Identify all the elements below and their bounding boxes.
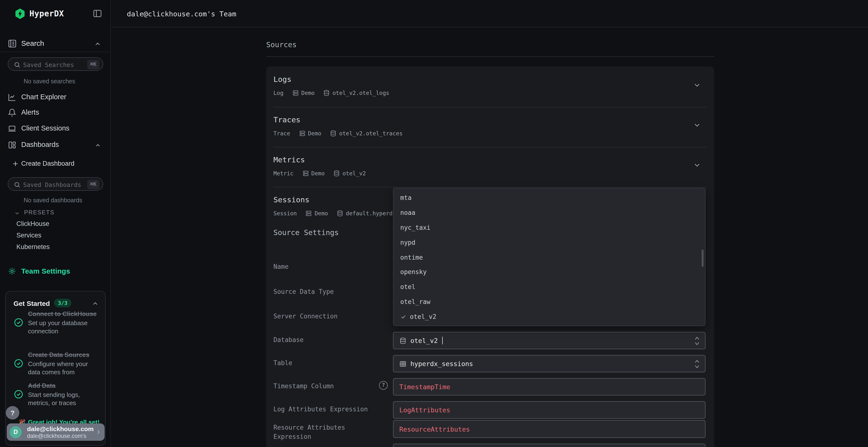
dropdown-option-selected[interactable]: otel_v2 (394, 309, 705, 324)
check-circle-icon (13, 317, 24, 328)
table-select[interactable]: hyperdx_sessions (393, 355, 706, 372)
main-content: Sources Logs Log Demo otel_v2.otel_logs … (111, 28, 868, 447)
chevron-down-icon[interactable] (693, 161, 701, 169)
sidebar-item-label: Dashboards (21, 141, 59, 148)
dropdown-option[interactable]: ontime (394, 250, 705, 265)
dropdown-option[interactable]: mta (394, 190, 705, 205)
check-icon (400, 314, 406, 320)
saved-dashboards-placeholder: Saved Dashboards (23, 181, 81, 188)
preset-kubernetes[interactable]: Kubernetes (17, 243, 50, 250)
label-source-data-type: Source Data Type (273, 287, 375, 296)
create-dashboard-button[interactable]: Create Dashboard (0, 157, 111, 171)
sidebar-item-dashboards[interactable]: Dashboards (0, 138, 111, 152)
team-settings-button[interactable]: Team Settings (0, 264, 111, 278)
chevron-down-icon[interactable] (693, 81, 701, 89)
no-saved-dashboards-text: No saved dashboards (24, 197, 82, 204)
dropdown-option[interactable]: nypd (394, 235, 705, 250)
presets-label: PRESETS (24, 209, 55, 216)
chevron-right-icon (95, 429, 101, 435)
saved-searches-placeholder: Saved Searches (23, 61, 74, 68)
sidebar-item-label: Chart Explorer (21, 93, 66, 101)
get-started-item-connect[interactable]: Connect to ClickHouse Set up your databa… (13, 310, 100, 335)
timestamp-column-input[interactable]: TimestampTime (393, 378, 706, 396)
server-icon (302, 170, 309, 177)
avatar: D (10, 426, 22, 438)
step-desc: Configure where your data comes from (28, 359, 98, 376)
resource-attributes-input[interactable]: ResourceAttributes (393, 420, 706, 438)
sidebar-item-alerts[interactable]: Alerts (0, 105, 111, 120)
source-card-title-sessions: Sessions (273, 196, 309, 204)
log-attributes-input[interactable]: LogAttributes (393, 401, 706, 419)
database-select[interactable]: otel_v2 (393, 332, 706, 349)
sidebar-item-client-sessions[interactable]: Client Sessions (0, 122, 111, 136)
chevron-down-icon[interactable] (693, 122, 701, 129)
connection-name: Demo (311, 170, 324, 177)
get-started-item-sources[interactable]: Create Data Sources Configure where your… (13, 351, 100, 376)
help-circle-icon[interactable]: ? (379, 381, 388, 390)
step-desc: Start sending logs, metrics, or traces (28, 390, 98, 407)
card-divider (273, 107, 707, 107)
dropdown-option[interactable]: nyc_taxi (394, 220, 705, 235)
chevron-up-icon[interactable] (92, 301, 98, 307)
server-icon (299, 130, 306, 137)
chart-icon (8, 93, 17, 102)
step-title: Connect to ClickHouse (28, 310, 98, 319)
step-desc: Set up your database connection (28, 319, 98, 335)
sidebar-collapse-icon[interactable] (93, 9, 102, 18)
dropdown-option[interactable]: otel (394, 280, 705, 295)
laptop-icon (8, 124, 17, 133)
sidebar-divider (0, 51, 111, 52)
label-table: Table (273, 358, 375, 368)
source-type: Log (273, 90, 283, 96)
dropdown-option[interactable]: opensky (394, 265, 705, 280)
team-settings-label: Team Settings (21, 267, 70, 275)
dropdown-option[interactable]: otel_raw (394, 294, 705, 309)
sidebar-item-chart-explorer[interactable]: Chart Explorer (0, 90, 111, 105)
sidebar-item-label: Client Sessions (21, 124, 69, 132)
saved-searches-input[interactable]: Saved Searches ⌘K (8, 57, 103, 71)
label-database: Database (273, 335, 375, 344)
user-email: dale@clickhouse.com (27, 425, 94, 433)
search-section-header[interactable]: Search (0, 37, 111, 51)
source-type: Session (273, 210, 297, 217)
server-icon (306, 210, 312, 217)
database-icon (323, 90, 330, 96)
source-card-meta: Log Demo otel_v2.otel_logs (273, 90, 389, 96)
select-chevrons-icon[interactable] (694, 336, 700, 346)
source-type: Trace (273, 130, 290, 137)
get-started-title: Get Started (13, 300, 50, 307)
source-card-meta: Trace Demo otel_v2.otel_traces (273, 130, 403, 137)
saved-dashboards-input[interactable]: Saved Dashboards ⌘K (8, 177, 103, 191)
shortcut-badge: ⌘K (87, 180, 100, 189)
help-button[interactable]: ? (6, 406, 19, 419)
next-field-input[interactable] (393, 444, 706, 447)
source-card-title-logs: Logs (273, 75, 291, 84)
check-circle-icon (13, 389, 24, 399)
database-value: otel_v2 (410, 337, 438, 344)
chevron-up-icon[interactable] (95, 143, 101, 148)
plus-icon (12, 161, 19, 167)
source-card-title-metrics: Metrics (273, 156, 305, 164)
source-settings-heading: Source Settings (273, 228, 339, 237)
dropdown-scrollbar[interactable] (702, 249, 704, 267)
chevron-up-icon[interactable] (94, 41, 101, 47)
gear-icon (8, 267, 17, 276)
log-attributes-value: LogAttributes (399, 406, 450, 414)
select-chevrons-icon[interactable] (694, 359, 700, 370)
sidebar: HyperDX Search Saved Searches ⌘K No save… (0, 0, 111, 447)
step-title: Add Data (28, 381, 98, 390)
user-card[interactable]: D dale@clickhouse.com dale@clickhouse.co… (7, 423, 105, 441)
preset-clickhouse[interactable]: ClickHouse (17, 220, 50, 227)
source-card-meta: Metric Demo otel_v2 (273, 170, 366, 177)
app-title: HyperDX (29, 9, 64, 18)
label-timestamp-column: Timestamp Column (273, 381, 375, 391)
preset-services[interactable]: Services (17, 232, 41, 239)
resource-attributes-value: ResourceAttributes (399, 425, 470, 433)
dropdown-option[interactable]: noaa (394, 205, 705, 220)
table-name: otel_v2 (343, 170, 366, 177)
table-icon (399, 360, 406, 367)
timestamp-column-value: TimestampTime (399, 383, 450, 391)
database-icon (330, 130, 337, 137)
sources-heading: Sources (266, 40, 297, 49)
get-started-item-add-data[interactable]: Add Data Start sending logs, metrics, or… (13, 381, 100, 407)
